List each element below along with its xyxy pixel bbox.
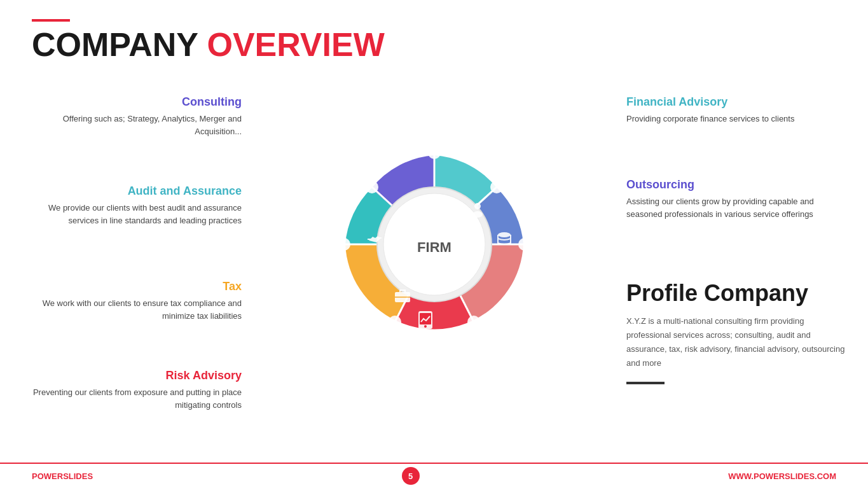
svg-point-19 <box>428 146 441 159</box>
svg-point-13 <box>498 232 511 237</box>
tax-description: We work with our clients to ensure tax c… <box>19 297 242 322</box>
consulting-description: Offering such as; Strategy, Analytics, M… <box>19 113 242 137</box>
consulting-section: Consulting Offering such as; Strategy, A… <box>19 95 242 137</box>
footer-brand-black: POWER <box>32 471 63 481</box>
audit-title: Audit and Assurance <box>19 185 242 198</box>
title-red: OVERVIEW <box>207 26 384 63</box>
risk-section: Risk Advisory Preventing our clients fro… <box>19 369 242 411</box>
footer-brand-red: SLIDES <box>63 471 93 481</box>
audit-section: Audit and Assurance We provide our clien… <box>19 185 242 227</box>
risk-title: Risk Advisory <box>19 369 242 382</box>
header: COMPANY OVERVIEW <box>32 19 385 61</box>
gear-diagram: FIRM <box>301 92 568 397</box>
page: COMPANY OVERVIEW Consulting Offering suc… <box>0 0 868 488</box>
svg-text:FIRM: FIRM <box>417 239 451 254</box>
profile-divider <box>626 382 665 384</box>
financial-description: Providing corporate finance services to … <box>626 113 849 125</box>
svg-rect-10 <box>425 206 439 216</box>
svg-point-11 <box>474 203 481 209</box>
financial-section: Financial Advisory Providing corporate f… <box>626 95 849 125</box>
svg-point-25 <box>467 316 480 328</box>
profile-section: Profile Company X.Y.Z is a multi-nationa… <box>626 280 849 384</box>
svg-point-20 <box>366 181 378 193</box>
footer: POWERSLIDES 5 WWW.POWERSLIDES.COM <box>0 463 868 488</box>
outsourcing-title: Outsourcing <box>626 178 849 192</box>
profile-description: X.Y.Z is a multi-national consulting fir… <box>626 314 849 370</box>
footer-page-number: 5 <box>402 467 420 485</box>
audit-description: We provide our clients with best audit a… <box>19 202 242 227</box>
diagram-center: FIRM <box>301 92 568 397</box>
page-title: COMPANY OVERVIEW <box>32 28 385 61</box>
svg-point-22 <box>518 238 531 251</box>
footer-url: WWW.POWERSLIDES.COM <box>728 471 836 481</box>
risk-description: Preventing our clients from exposure and… <box>19 386 242 411</box>
tax-title: Tax <box>19 280 242 293</box>
outsourcing-section: Outsourcing Assisting our clients grow b… <box>626 178 849 220</box>
outsourcing-description: Assisting our clients grow by providing … <box>626 195 849 220</box>
header-accent-line <box>32 19 70 22</box>
svg-point-18 <box>424 325 427 328</box>
tax-section: Tax We work with our clients to ensure t… <box>19 280 242 322</box>
svg-rect-17 <box>420 313 431 324</box>
consulting-title: Consulting <box>19 95 242 109</box>
svg-point-24 <box>389 316 401 328</box>
svg-point-23 <box>338 238 350 251</box>
financial-title: Financial Advisory <box>626 95 849 109</box>
svg-point-21 <box>490 181 503 193</box>
footer-brand: POWERSLIDES <box>32 471 93 481</box>
svg-point-12 <box>472 211 483 218</box>
title-black: COMPANY <box>32 26 207 63</box>
profile-title: Profile Company <box>626 280 849 307</box>
